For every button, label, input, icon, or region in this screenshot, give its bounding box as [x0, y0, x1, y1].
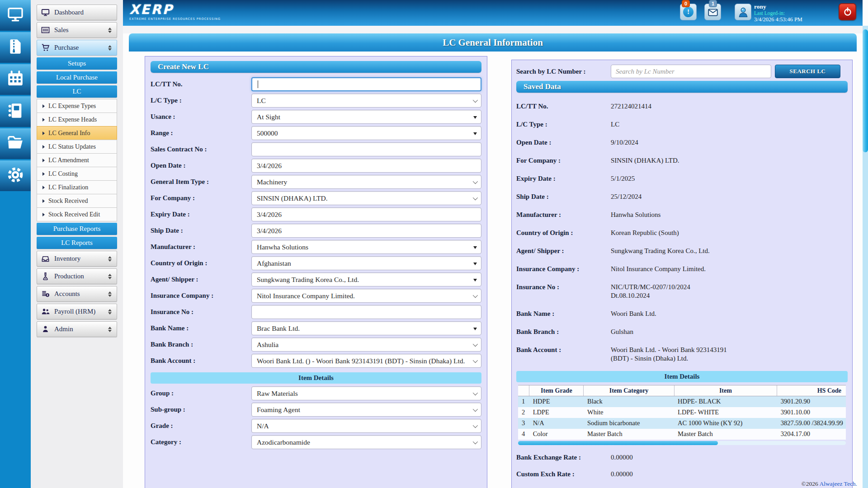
sidebar-item-sales[interactable]: Sales	[37, 22, 117, 38]
item-table-row-1[interactable]: 1HDPEBlackHDPE- BLACK3901.20.90	[518, 396, 846, 407]
sidebar-item-payroll-hrm[interactable]: Payroll (HRM)	[37, 304, 117, 319]
sidebar-item-lc-general-info[interactable]: LC General Info	[37, 126, 117, 140]
field-input-expiry-date[interactable]: 3/4/2026	[251, 207, 481, 221]
rail-zip-file-icon[interactable]	[0, 32, 31, 63]
sidebar-item-dashboard[interactable]: Dashboard	[37, 5, 117, 20]
field-select-agent-shipper[interactable]: Sungkwang Trading Korea Co., Ltd.	[251, 272, 481, 286]
sidebar-section-label: LC	[72, 88, 81, 95]
field-input-lc-tt-no[interactable]	[251, 77, 481, 91]
field-input-ship-date[interactable]: 3/4/2026	[251, 224, 481, 238]
search-lc-button[interactable]: SEARCH LC	[775, 65, 840, 78]
alert-icon: !	[683, 7, 693, 17]
table-horizontal-scrollbar	[518, 441, 846, 445]
sidebar-item-lc-expense-heads[interactable]: LC Expense Heads	[37, 113, 117, 127]
sidebar-item-stock-received-edit[interactable]: Stock Received Edit	[37, 207, 117, 221]
create-lc-panel: Create New LC LC/TT No.L/C Type :LCUsanc…	[145, 56, 487, 488]
form-row-sales-contract-no: Sales Contract No :	[151, 142, 481, 156]
sidebar-section-label: LC Reports	[61, 239, 93, 247]
sidebar-item-stock-received[interactable]: Stock Received	[37, 194, 117, 208]
sidebar-item-purchase-reports[interactable]: Purchase Reports	[37, 223, 117, 235]
horizontal-scroll-thumb[interactable]	[518, 441, 718, 445]
caret-right-icon	[42, 159, 45, 162]
notifications-button[interactable]: ! 0	[680, 4, 697, 20]
field-select-group[interactable]: Raw Materials	[251, 386, 481, 400]
sidebar-item-label: LC Finalization	[48, 184, 88, 191]
user-info: rony Last Loged-in: 3/4/2026 4:53:46 PM	[754, 4, 802, 23]
item-details-subheader-left: Item Details	[151, 372, 481, 384]
field-select-bank-name[interactable]: Brac Bank Ltd.	[251, 321, 481, 335]
rail-gear-icon[interactable]	[0, 160, 31, 191]
sidebar-item-lc-amendment[interactable]: LC Amendment	[37, 153, 117, 167]
main-area: XERP EXTREME ENTERPRISE RESOURCES PROCES…	[123, 0, 863, 488]
rail-folder-icon[interactable]	[0, 128, 31, 159]
item-table-row-2[interactable]: 2LDPEWhiteLDPE- WHITE3901.10.00	[518, 407, 846, 418]
form-row-country-of-origin: Country of Origin :Afghanistan	[151, 256, 481, 270]
field-select-insurance-company[interactable]: Nitol Insurance Company Limited.	[251, 289, 481, 303]
field-input-insurance-no[interactable]	[251, 305, 481, 319]
app-logo[interactable]: XERP EXTREME ENTERPRISE RESOURCES PROCES…	[129, 2, 221, 21]
logo-subtitle: EXTREME ENTERPRISE RESOURCES PROCESSING	[129, 17, 221, 21]
saved-data-header: Saved Data	[516, 81, 848, 93]
avatar-icon	[737, 6, 750, 19]
sidebar-item-accounts[interactable]: Accounts	[37, 286, 117, 302]
saved-data-rows: LC/TT No.272124021414L/C Type :LCOpen Da…	[516, 102, 848, 363]
field-select-country-of-origin[interactable]: Afghanistan	[251, 256, 481, 270]
field-select-bank-branch[interactable]: Ashulia	[251, 338, 481, 352]
sidebar-item-production[interactable]: Production	[37, 268, 117, 284]
people-icon	[41, 307, 50, 316]
sidebar-item-local-purchase[interactable]: Local Purchase	[37, 71, 117, 84]
logout-button[interactable]	[839, 3, 856, 20]
field-select-sub-group[interactable]: Foaming Agent	[251, 403, 481, 417]
caret-right-icon	[42, 213, 45, 216]
sidebar-item-lc-status-updates[interactable]: LC Status Updates	[37, 140, 117, 154]
field-label-country-of-origin: Country of Origin :	[151, 259, 251, 267]
chevron-down-icon	[473, 195, 478, 200]
field-label-bank-name: Bank Name :	[151, 324, 251, 332]
search-lc-input[interactable]	[611, 65, 771, 78]
field-label-bank-account: Bank Account :	[151, 357, 251, 365]
vendor-link[interactable]: Alwajeez Tech.	[819, 480, 857, 487]
sidebar-item-inventory[interactable]: Inventory	[37, 251, 117, 267]
rail-calendar-icon[interactable]	[0, 64, 31, 95]
sidebar-item-lc[interactable]: LC	[37, 85, 117, 98]
data-row-bank-branch: Bank Branch :Gulshan	[516, 328, 848, 336]
saved-data-panel: Search by LC Number : SEARCH LC Saved Da…	[511, 60, 853, 488]
table-header-item-category: Item Category	[584, 385, 674, 396]
field-label-expiry-date: Expiry Date :	[151, 211, 251, 218]
cart-icon	[41, 43, 50, 52]
sidebar-item-setups[interactable]: Setups	[37, 57, 117, 70]
rail-notebook-icon[interactable]	[0, 96, 31, 127]
rail-desktop-icon[interactable]	[0, 0, 31, 31]
field-select-l-c-type[interactable]: LC	[251, 94, 481, 108]
user-avatar-button[interactable]	[735, 4, 751, 20]
field-select-category[interactable]: Azodicarbonamide	[251, 435, 481, 449]
field-label-insurance-no: Insurance No :	[151, 308, 251, 316]
field-label-lc-tt-no: LC/TT No.	[151, 80, 251, 88]
item-table-row-4[interactable]: 4ColorMaster BatchMaster Batch3204.17.00	[518, 429, 846, 440]
field-select-usance[interactable]: At Sight	[251, 110, 481, 124]
sidebar-item-admin[interactable]: Admin	[37, 321, 117, 337]
field-select-range[interactable]: 500000	[251, 126, 481, 140]
field-select-for-company[interactable]: SINSIN (DHAKA) LTD.	[251, 191, 481, 205]
sidebar-item-lc-expense-types[interactable]: LC Expense Types	[37, 99, 117, 113]
field-select-general-item-type[interactable]: Machinery	[251, 175, 481, 189]
sidebar-item-lc-reports[interactable]: LC Reports	[37, 237, 117, 249]
field-select-grade[interactable]: N/A	[251, 419, 481, 433]
field-input-open-date[interactable]: 3/4/2026	[251, 159, 481, 173]
field-label-l-c-type: L/C Type :	[151, 97, 251, 104]
sidebar-item-purchase[interactable]: Purchase	[37, 40, 117, 56]
item-table-row-3[interactable]: 3N/ASodium bicarbonateAC 1000 White (KY …	[518, 418, 846, 429]
sidebar-item-lc-costing[interactable]: LC Costing	[37, 167, 117, 181]
field-select-bank-account[interactable]: Woori Bank Ltd. () - Woori Bank 92314319…	[251, 354, 481, 368]
messages-button[interactable]: 1	[704, 4, 721, 20]
field-select-manufacturer[interactable]: Hanwha Solutions	[251, 240, 481, 254]
sidebar-item-label: Purchase	[54, 44, 104, 52]
sidebar-item-lc-finalization[interactable]: LC Finalization	[37, 180, 117, 194]
person-icon	[41, 325, 50, 333]
form-row-lc-tt-no: LC/TT No.	[151, 77, 481, 91]
field-input-sales-contract-no[interactable]	[251, 142, 481, 156]
item-details-table-header: Item GradeItem CategoryItemHS Code	[518, 385, 846, 396]
field-label-ship-date: Ship Date :	[151, 227, 251, 235]
vertical-scroll-thumb[interactable]	[863, 29, 868, 152]
data-row-insurance-company: Insurance Company :Nitol Insurance Compa…	[516, 265, 848, 273]
